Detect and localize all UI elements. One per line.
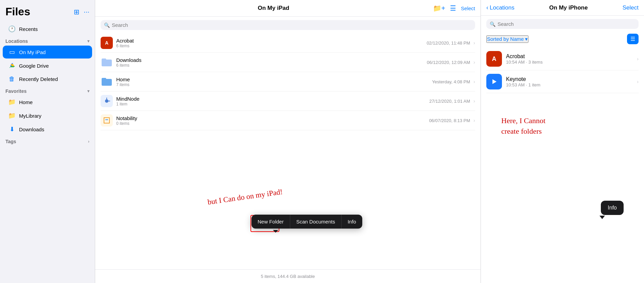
table-row[interactable]: Downloads 6 items 06/12/2020, 12:09 AM ›: [101, 53, 475, 72]
iphone-sort-bar: Sorted by Name ▾ ☰: [481, 32, 644, 48]
svg-rect-6: [101, 114, 113, 127]
sidebar-item-deleted-label: Recently Deleted: [19, 76, 58, 82]
sidebar-item-downloads-label: Downloads: [19, 127, 44, 132]
sidebar-item-recents-label: Recents: [19, 26, 38, 32]
sidebar-item-ipad-label: On My iPad: [19, 49, 46, 55]
ipad-footer: 5 items, 144.4 GB available: [95, 269, 481, 283]
acrobat-date: 02/12/2020, 11:48 PM: [427, 40, 470, 46]
home-count: 7 items: [116, 82, 429, 87]
sidebar-header-icons: ⊞ ···: [74, 8, 89, 16]
iphone-back-btn[interactable]: ‹ Locations: [486, 4, 515, 11]
acrobat-info: Acrobat 6 items: [116, 38, 423, 48]
ipad-context-menu: New Folder Scan Documents Info: [251, 215, 362, 229]
iphone-select-btn[interactable]: Select: [623, 4, 639, 11]
iphone-keynote-icon: [486, 74, 502, 89]
mindnode-date: 27/12/2020, 1:01 AM: [429, 99, 470, 104]
iphone-keynote-chevron: ›: [637, 79, 639, 84]
home-chevron: ›: [473, 79, 475, 84]
iphone-search-bar[interactable]: 🔍: [486, 19, 639, 29]
home-date: Yesterday, 4:08 PM: [432, 79, 470, 84]
ipad-icon: ▭: [8, 48, 16, 56]
locations-section-header: Locations ▾: [0, 36, 95, 45]
sidebar-item-google-drive[interactable]: Google Drive: [3, 59, 92, 72]
iphone-info-tooltip[interactable]: Info: [601, 201, 624, 215]
iphone-keynote-info: Keynote 10:53 AM · 1 item: [506, 76, 633, 87]
trash-icon: 🗑: [8, 76, 16, 83]
sidebar-item-recents[interactable]: 🕐 Recents: [3, 22, 92, 35]
iphone-info-tooltip-arrow: [599, 216, 605, 219]
notability-icon: [101, 114, 113, 127]
recents-icon: 🕐: [8, 25, 16, 33]
mindnode-info: MindNode 1 item: [116, 96, 426, 106]
iphone-keynote-meta: 10:53 AM · 1 item: [506, 82, 633, 87]
ipad-search-bar[interactable]: 🔍: [101, 20, 475, 30]
table-row[interactable]: MindNode 1 item 27/12/2020, 1:01 AM ›: [101, 91, 475, 111]
ipad-select-btn[interactable]: Select: [461, 5, 475, 11]
downloads-name: Downloads: [116, 57, 423, 63]
iphone-search-input[interactable]: [498, 21, 635, 27]
downloads-icon: ⬇: [8, 126, 16, 133]
table-row[interactable]: A Acrobat 6 items 02/12/2020, 11:48 PM ›: [101, 33, 475, 53]
ipad-header-actions: 📁+ ☰ Select: [433, 4, 475, 12]
sidebar-item-gdrive-label: Google Drive: [19, 63, 49, 69]
sidebar-item-on-my-ipad[interactable]: ▭ On My iPad: [3, 46, 92, 59]
sidebar-item-recently-deleted[interactable]: 🗑 Recently Deleted: [3, 73, 92, 85]
mindnode-name: MindNode: [116, 96, 426, 102]
iphone-acrobat-meta: 10:54 AM · 3 items: [506, 60, 633, 65]
context-info[interactable]: Info: [342, 215, 362, 229]
tags-section-header: Tags ›: [0, 136, 95, 146]
sidebar: Files ⊞ ··· 🕐 Recents Locations ▾ ▭ On M…: [0, 0, 95, 283]
downloads-folder-icon: [101, 56, 113, 68]
svg-point-3: [105, 99, 108, 103]
sidebar-header: Files ⊞ ···: [0, 5, 95, 22]
ipad-file-list: A Acrobat 6 items 02/12/2020, 11:48 PM ›…: [95, 33, 481, 269]
context-new-folder[interactable]: New Folder: [251, 215, 290, 229]
favorites-chevron: ▾: [87, 89, 89, 94]
home-info: Home 7 items: [116, 77, 429, 87]
iphone-header: ‹ Locations On My iPhone Select: [481, 0, 644, 16]
sidebar-item-mylibrary[interactable]: 📁 MyLibrary: [3, 109, 92, 122]
iphone-panel-title: On My iPhone: [517, 4, 620, 11]
sidebar-item-home-label: Home: [19, 99, 33, 105]
ipad-panel-title: On My iPad: [258, 5, 290, 12]
svg-text:A: A: [492, 55, 497, 62]
sort-chevron-icon: ▾: [525, 36, 528, 42]
home-name: Home: [116, 77, 429, 82]
notability-info: Notability 0 items: [116, 115, 426, 126]
sidebar-item-home[interactable]: 📁 Home: [3, 96, 92, 109]
mylibrary-icon: 📁: [8, 112, 16, 119]
mindnode-icon: [101, 95, 113, 107]
locations-chevron: ▾: [87, 39, 89, 44]
acrobat-count: 6 items: [116, 44, 423, 48]
ipad-search-input[interactable]: [112, 22, 472, 28]
downloads-date: 06/12/2020, 12:09 AM: [427, 60, 470, 65]
downloads-count: 6 items: [116, 63, 423, 68]
table-row[interactable]: Notability 0 items 06/07/2020, 8:13 PM ›: [101, 111, 475, 130]
ipad-new-folder-btn[interactable]: 📁+: [433, 4, 446, 12]
google-drive-icon: [8, 62, 16, 69]
sidebar-more-btn[interactable]: ···: [84, 8, 89, 16]
list-item[interactable]: Keynote 10:53 AM · 1 item ›: [486, 70, 639, 93]
svg-text:A: A: [105, 40, 108, 46]
iphone-sort-btn[interactable]: Sorted by Name ▾: [486, 35, 528, 43]
ipad-panel-header: On My iPad 📁+ ☰ Select: [95, 0, 481, 17]
list-item[interactable]: A Acrobat 10:54 AM · 3 items ›: [486, 48, 639, 70]
home-folder-icon: [101, 76, 113, 88]
iphone-list-view-btn[interactable]: ☰: [627, 34, 639, 44]
ipad-list-view-btn[interactable]: ☰: [450, 4, 456, 12]
iphone-acrobat-icon: A: [486, 51, 502, 67]
notability-date: 06/07/2020, 8:13 PM: [429, 118, 470, 123]
mindnode-count: 1 item: [116, 102, 426, 106]
context-scan-documents[interactable]: Scan Documents: [290, 215, 342, 229]
downloads-info: Downloads 6 items: [116, 57, 423, 68]
ipad-search-icon: 🔍: [104, 22, 110, 28]
iphone-search-icon: 🔍: [490, 21, 495, 27]
iphone-acrobat-info: Acrobat 10:54 AM · 3 items: [506, 53, 633, 65]
notability-count: 0 items: [116, 121, 426, 126]
iphone-file-list: A Acrobat 10:54 AM · 3 items › Keynote 1…: [481, 48, 644, 283]
acrobat-chevron: ›: [473, 40, 475, 46]
iphone-panel: ‹ Locations On My iPhone Select 🔍 Sorted…: [481, 0, 644, 283]
sidebar-item-downloads[interactable]: ⬇ Downloads: [3, 123, 92, 136]
sidebar-collapse-btn[interactable]: ⊞: [74, 8, 80, 16]
table-row[interactable]: Home 7 items Yesterday, 4:08 PM ›: [101, 72, 475, 91]
